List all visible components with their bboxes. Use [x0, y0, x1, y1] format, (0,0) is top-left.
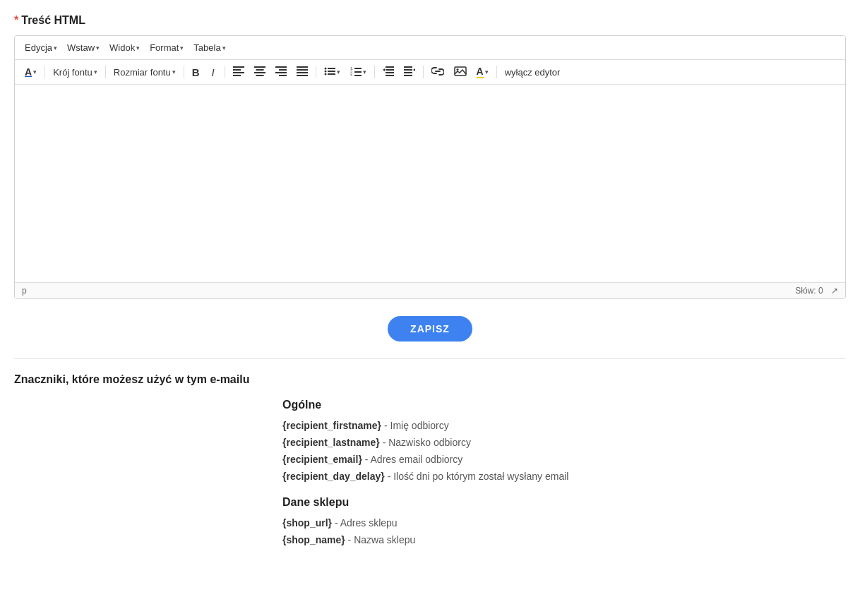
- svg-marker-37: [413, 68, 415, 71]
- chevron-down-icon: ▾: [180, 44, 184, 52]
- separator: [496, 66, 497, 78]
- svg-rect-1: [233, 69, 241, 71]
- svg-rect-12: [297, 66, 308, 68]
- markers-group-title: Dane sklepu: [282, 496, 846, 509]
- separator: [184, 66, 184, 78]
- menu-bar: Edycja ▾ Wstaw ▾ Widok ▾ Format ▾ Tabela…: [15, 36, 845, 60]
- markers-section: Znaczniki, które możesz użyć w tym e-mai…: [14, 358, 846, 545]
- svg-rect-34: [404, 69, 412, 71]
- align-center-icon: [254, 66, 265, 78]
- menu-edycja[interactable]: Edycja ▾: [20, 40, 61, 55]
- chevron-down-icon: ▾: [337, 68, 340, 76]
- section-title: *Treść HTML: [14, 14, 846, 27]
- separator: [374, 66, 375, 78]
- indent-decrease-icon: [383, 66, 394, 78]
- svg-rect-3: [233, 75, 241, 76]
- markers-group-ogolne: Ogólne {recipient_firstname} - Imię odbi…: [282, 399, 846, 482]
- svg-text:3.: 3.: [350, 73, 353, 76]
- link-button[interactable]: [427, 64, 448, 80]
- svg-point-16: [324, 67, 326, 69]
- markers-group-title: Ogólne: [282, 399, 846, 411]
- svg-rect-30: [386, 72, 394, 73]
- align-right-icon: [275, 66, 287, 78]
- menu-tabela[interactable]: Tabela ▾: [189, 40, 229, 55]
- italic-button[interactable]: I: [205, 64, 221, 80]
- chevron-down-icon: ▾: [96, 44, 100, 52]
- chevron-down-icon: ▾: [222, 44, 226, 52]
- svg-rect-5: [256, 69, 263, 71]
- svg-point-20: [324, 73, 326, 75]
- marker-recipient-email: {recipient_email} - Adres email odbiorcy: [282, 454, 846, 465]
- svg-rect-35: [404, 72, 412, 73]
- editor-container: Edycja ▾ Wstaw ▾ Widok ▾ Format ▾ Tabela…: [14, 35, 846, 299]
- marker-recipient-firstname: {recipient_firstname} - Imię odbiorcy: [282, 420, 846, 431]
- separator: [225, 66, 225, 78]
- svg-rect-8: [275, 66, 287, 68]
- svg-rect-6: [254, 72, 265, 73]
- svg-rect-2: [233, 72, 244, 73]
- italic-icon: I: [211, 66, 214, 78]
- bold-icon: B: [192, 66, 200, 78]
- word-count: Słów: 0 ↗: [795, 286, 838, 296]
- font-family-dropdown[interactable]: Krój fontu ▾: [49, 65, 102, 80]
- ordered-list-button[interactable]: 1.2.3. ▾: [346, 64, 371, 80]
- svg-rect-10: [275, 72, 287, 73]
- svg-point-40: [456, 68, 458, 71]
- indent-increase-button[interactable]: [400, 64, 419, 80]
- svg-rect-17: [328, 68, 335, 69]
- markers-title: Znaczniki, które możesz użyć w tym e-mai…: [14, 373, 846, 386]
- chevron-down-icon: ▾: [94, 68, 97, 76]
- disable-editor-button[interactable]: wyłącz edytor: [501, 65, 565, 80]
- svg-rect-28: [386, 66, 394, 68]
- svg-rect-0: [233, 66, 244, 68]
- menu-format[interactable]: Format ▾: [145, 40, 188, 55]
- menu-wstaw[interactable]: Wstaw ▾: [63, 40, 104, 55]
- editor-body[interactable]: [15, 85, 845, 282]
- marker-recipient-day-delay: {recipient_day_delay} - Ilość dni po któ…: [282, 471, 846, 482]
- separator: [44, 66, 45, 78]
- svg-rect-36: [404, 75, 412, 76]
- marker-recipient-lastname: {recipient_lastname} - Nazwisko odbiorcy: [282, 437, 846, 448]
- unordered-list-button[interactable]: ▾: [320, 64, 345, 80]
- font-color-icon: A: [25, 66, 32, 78]
- chevron-down-icon: ▾: [33, 68, 37, 76]
- resize-handle[interactable]: ↗: [831, 286, 838, 296]
- align-justify-button[interactable]: [292, 64, 312, 80]
- separator: [423, 66, 424, 78]
- unordered-list-icon: [324, 66, 335, 78]
- svg-rect-7: [256, 75, 263, 76]
- svg-rect-31: [386, 75, 394, 76]
- chevron-down-icon: ▾: [136, 44, 140, 52]
- svg-rect-21: [328, 73, 335, 75]
- font-color-button[interactable]: A ▾: [20, 64, 41, 80]
- required-marker: *: [14, 14, 18, 26]
- image-icon: [454, 66, 467, 78]
- align-justify-icon: [297, 66, 308, 78]
- menu-widok[interactable]: Widok ▾: [105, 40, 144, 55]
- marker-shop-url: {shop_url} - Adres sklepu: [282, 517, 846, 529]
- bg-color-button[interactable]: A ▾: [472, 64, 493, 80]
- font-size-dropdown[interactable]: Rozmiar fontu ▾: [109, 65, 180, 80]
- svg-point-18: [324, 70, 326, 72]
- align-center-button[interactable]: [250, 64, 270, 80]
- formatting-toolbar: A ▾ Krój fontu ▾ Rozmiar fontu ▾ B: [15, 60, 845, 85]
- save-button[interactable]: ZAPISZ: [388, 316, 472, 342]
- svg-rect-11: [279, 75, 287, 76]
- chevron-down-icon: ▾: [485, 68, 489, 76]
- bold-button[interactable]: B: [188, 64, 204, 80]
- bg-color-icon: A: [477, 66, 484, 78]
- svg-rect-13: [297, 69, 308, 71]
- editor-tag: p: [22, 286, 27, 296]
- image-button[interactable]: [450, 64, 471, 80]
- chevron-down-icon: ▾: [363, 68, 366, 76]
- indent-increase-icon: [404, 66, 415, 78]
- align-right-button[interactable]: [271, 64, 291, 80]
- chevron-down-icon: ▾: [172, 68, 176, 76]
- markers-group-dane-sklepu: Dane sklepu {shop_url} - Adres sklepu {s…: [282, 496, 846, 545]
- editor-status-bar: p Słów: 0 ↗: [15, 282, 845, 298]
- svg-rect-4: [254, 66, 265, 68]
- align-left-button[interactable]: [229, 64, 249, 80]
- svg-rect-19: [328, 71, 335, 72]
- markers-content: Ogólne {recipient_firstname} - Imię odbi…: [282, 399, 846, 545]
- indent-decrease-button[interactable]: [378, 64, 398, 80]
